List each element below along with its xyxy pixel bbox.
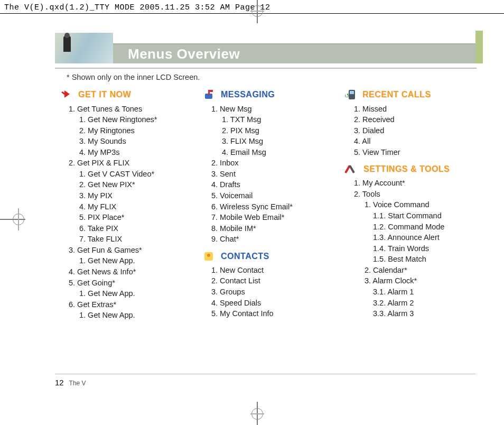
list-item: 2. Contact List (211, 276, 340, 287)
list-item: 2. Calendar* (365, 265, 483, 276)
list-item: 3. My Sounds (79, 136, 198, 147)
lcd-note: * Shown only on the inner LCD Screen. (67, 73, 483, 81)
list-item: 1. Get V CAST Video* (79, 169, 198, 180)
list-item: 4. Drafts (211, 180, 340, 191)
mailbox-icon (203, 89, 217, 100)
list-item: 1. TXT Msg (222, 115, 340, 126)
list-item: 6. Take PIX (79, 223, 198, 234)
list-item: 3. FLIX Msg (222, 136, 340, 147)
title-strip: Menus Overview (113, 43, 483, 63)
list-item: 2. PIX Msg (222, 125, 340, 136)
section-label: MESSAGING (221, 89, 275, 100)
list-item: 5. PIX Place* (79, 212, 198, 224)
list-item: 3. My PIX (79, 191, 198, 202)
list-item: 6. Wireless Sync Email* (211, 201, 340, 212)
page-content: Menus Overview * Shown only on the inner… (55, 31, 483, 388)
list-item: 3.2. Alarm 2 (373, 298, 483, 309)
list-item: 5. View Timer (354, 147, 483, 158)
arrow-icon (60, 89, 74, 100)
phone-icon: ↺ (346, 89, 358, 100)
list-item: 7. Take FLIX (79, 234, 198, 245)
list-item: 1. New Contact (211, 265, 340, 276)
page-footer: 12 The V (55, 378, 86, 387)
list-item: 4. My FLIX (79, 201, 198, 212)
section-contacts: CONTACTS (203, 250, 340, 262)
list-item: 5. My Contact Info (211, 309, 340, 320)
settings-tools-list: 1. My Account*2. Tools1. Voice Command1.… (354, 178, 483, 319)
list-item: 2. Inbox (211, 158, 340, 169)
list-item: 1.3. Announce Alert (373, 233, 483, 244)
list-item: 1.4. Train Words (373, 243, 483, 254)
messaging-list: 1. New Msg1. TXT Msg2. PIX Msg3. FLIX Ms… (211, 104, 340, 245)
title-photo (55, 33, 113, 63)
list-item: 9. Chat* (211, 234, 340, 245)
list-item: 2. Tools (354, 189, 483, 200)
section-recent-calls: ↺ RECENT CALLS (346, 89, 483, 100)
list-item: 4. My MP3s (79, 147, 198, 158)
crop-mark-bottom (249, 406, 265, 422)
list-item: 3. Alarm Clock* (365, 276, 483, 287)
get-it-now-list: 1. Get Tunes & Tones1. Get New Ringtones… (69, 104, 198, 321)
list-item: 3. Get Fun & Games* (69, 245, 198, 256)
list-item: 4. Email Msg (222, 147, 340, 158)
accent-block (475, 31, 483, 63)
title-bar: Menus Overview (55, 31, 483, 63)
list-item: 1. Get New Ringtones* (79, 115, 198, 126)
horizontal-rule (55, 68, 477, 69)
list-item: 3. Dialed (354, 125, 483, 136)
list-item: 6. Get Extras* (69, 299, 198, 310)
section-label: SETTINGS & TOOLS (363, 163, 450, 175)
list-item: 1. My Account* (354, 178, 483, 189)
list-item: 3.1. Alarm 1 (373, 287, 483, 298)
list-item: 1. Get Tunes & Tones (69, 104, 198, 115)
section-settings-tools: SETTINGS & TOOLS (346, 163, 483, 175)
page-number: 12 (55, 378, 64, 387)
list-item: 3. Sent (211, 169, 340, 180)
list-item: 1. Voice Command (365, 200, 483, 211)
crop-mark-left (0, 211, 25, 227)
list-item: 4. Get News & Info* (69, 266, 198, 278)
list-item: 2. My Ringtones (79, 125, 198, 136)
list-item: 1. Get New App. (79, 289, 198, 300)
list-item: 5. Voicemail (211, 191, 340, 202)
list-item: 4. Speed Dials (211, 298, 340, 309)
contacts-list: 1. New Contact2. Contact List3. Groups4.… (211, 265, 340, 319)
book-name: The V (69, 380, 86, 387)
column-1: GET IT NOW 1. Get Tunes & Tones1. Get Ne… (60, 87, 198, 321)
section-messaging: MESSAGING (203, 89, 340, 100)
recent-calls-list: 1. Missed2. Received3. Dialed4. All5. Vi… (354, 104, 483, 158)
list-item: 2. Received (354, 115, 483, 126)
list-item: 8. Mobile IM* (211, 223, 340, 234)
page-title: Menus Overview (128, 46, 240, 62)
footer-rule (55, 374, 475, 374)
section-get-it-now: GET IT NOW (60, 89, 198, 100)
column-3: ↺ RECENT CALLS 1. Missed2. Received3. Di… (346, 87, 483, 321)
list-item: 1. Get New App. (79, 310, 198, 321)
list-item: 7. Mobile Web Email* (211, 212, 340, 224)
list-item: 1.5. Best Match (373, 254, 483, 265)
list-item: 1. Missed (354, 104, 483, 115)
section-label: RECENT CALLS (362, 89, 431, 100)
section-label: CONTACTS (221, 251, 269, 262)
list-item: 1. Get New App. (79, 256, 198, 267)
list-item: 1.2. Command Mode (373, 221, 483, 233)
list-item: 4. All (354, 136, 483, 147)
column-2: MESSAGING 1. New Msg1. TXT Msg2. PIX Msg… (203, 87, 340, 321)
contacts-icon (203, 250, 217, 262)
list-item: 1. New Msg (211, 104, 340, 115)
list-item: 3. Groups (211, 287, 340, 298)
list-item: 2. Get New PIX* (79, 180, 198, 191)
list-item: 5. Get Going* (69, 278, 198, 289)
tools-icon (346, 163, 359, 175)
list-item: 1.1. Start Command (373, 211, 483, 222)
crop-mark-top (249, 3, 265, 19)
section-label: GET IT NOW (78, 89, 131, 100)
list-item: 3.3. Alarm 3 (373, 309, 483, 320)
list-item: 2. Get PIX & FLIX (69, 158, 198, 169)
